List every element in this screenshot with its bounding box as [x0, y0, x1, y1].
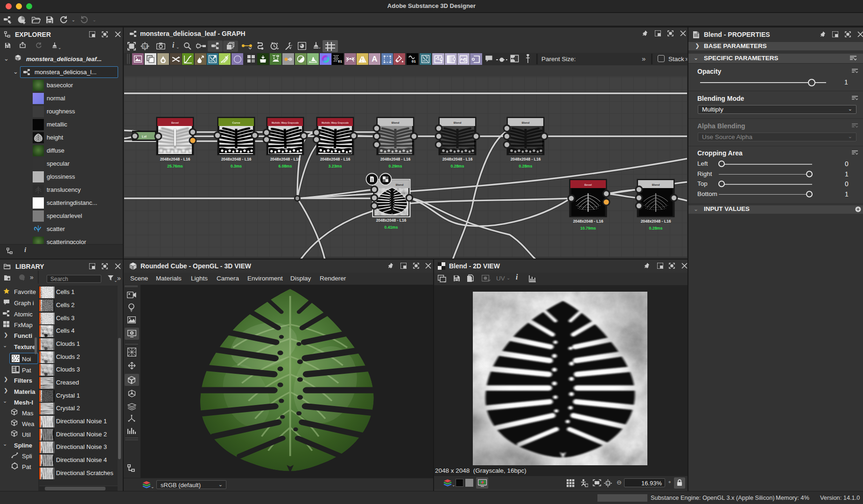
- svg-text:2048x2048 - L16: 2048x2048 - L16: [573, 219, 603, 224]
- svg-text:6.08ms: 6.08ms: [279, 164, 292, 168]
- svg-text:2048x2048 - L16: 2048x2048 - L16: [380, 157, 411, 161]
- svg-text:1:1: 1:1: [607, 482, 610, 485]
- svg-text:Blend: Blend: [652, 183, 660, 186]
- svg-text:2048x2048 - L16: 2048x2048 - L16: [442, 157, 473, 161]
- svg-text:2048x2048 - L16: 2048x2048 - L16: [270, 157, 301, 161]
- svg-text:2048x2048 - L16: 2048x2048 - L16: [320, 157, 351, 161]
- svg-text:Blend: Blend: [392, 121, 400, 124]
- svg-text:0.29ms: 0.29ms: [389, 164, 402, 168]
- svg-text:25.76ms: 25.76ms: [167, 164, 183, 168]
- svg-text:0.41ms: 0.41ms: [385, 225, 398, 230]
- svg-text:Bevel: Bevel: [584, 183, 592, 186]
- svg-text:Multidir. Warp Grayscale: Multidir. Warp Grayscale: [322, 121, 349, 124]
- svg-text:0.28ms: 0.28ms: [649, 226, 663, 231]
- svg-text:2048x2048 - L16: 2048x2048 - L16: [160, 157, 190, 161]
- svg-text:3.23ms: 3.23ms: [329, 164, 342, 168]
- svg-text:2048x2048 - L16: 2048x2048 - L16: [511, 157, 541, 161]
- svg-text:0.28ms: 0.28ms: [519, 164, 533, 168]
- svg-text:Lvl: Lvl: [142, 135, 147, 138]
- svg-text:Bevel: Bevel: [171, 121, 179, 124]
- svg-text:10.79ms: 10.79ms: [580, 226, 596, 231]
- svg-text:2048x2048 - L16: 2048x2048 - L16: [641, 219, 671, 224]
- svg-text:Blend: Blend: [454, 121, 462, 124]
- svg-text:1:1: 1:1: [143, 45, 148, 48]
- svg-text:0.3ms: 0.3ms: [231, 164, 242, 168]
- svg-text:01: 01: [412, 59, 416, 63]
- svg-text:2048x2048 - L16: 2048x2048 - L16: [376, 218, 407, 223]
- svg-text:2048x2048 - L16: 2048x2048 - L16: [221, 157, 252, 161]
- svg-text:0.28ms: 0.28ms: [451, 164, 464, 168]
- svg-text:01: 01: [338, 59, 342, 63]
- svg-text:Blend: Blend: [522, 121, 530, 124]
- svg-text:Curve: Curve: [232, 121, 240, 124]
- svg-text:Multidir. Warp Grayscale: Multidir. Warp Grayscale: [272, 121, 299, 124]
